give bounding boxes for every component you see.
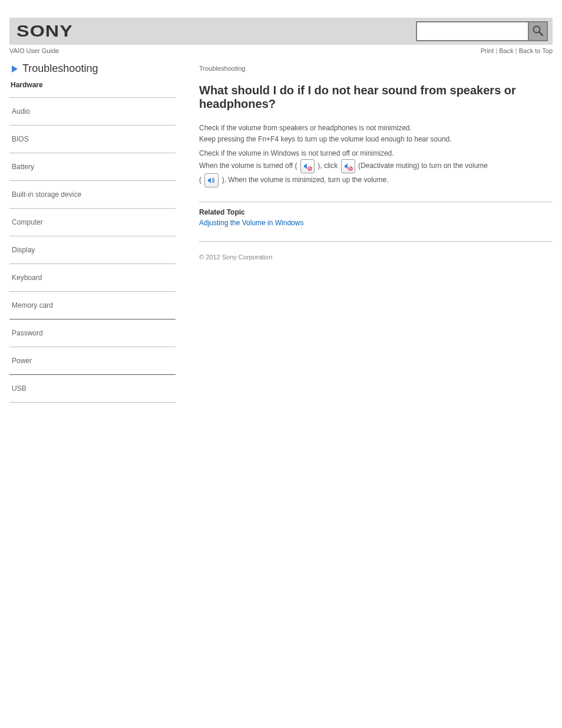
sidebar-item-display[interactable]: Display: [9, 236, 176, 264]
divider: [199, 241, 553, 242]
para2-line1: Check if the volume in Windows is not tu…: [199, 149, 394, 157]
divider: [199, 202, 553, 202]
svg-line-1: [540, 32, 543, 35]
main-content: Troubleshooting What should I do if I do…: [199, 62, 553, 403]
header-bar: SONY: [9, 18, 553, 45]
paragraph-1: Check if the volume from speakers or hea…: [199, 123, 553, 144]
sidebar-item-memorycard[interactable]: Memory card: [9, 292, 176, 319]
sidebar-item-battery[interactable]: Battery: [9, 153, 176, 181]
volume-muted-icon: [300, 159, 315, 173]
para2d: (: [199, 176, 201, 184]
para2c: (Deactivate muting) to turn on the volum…: [358, 162, 488, 170]
sidebar-item-storage[interactable]: Built-in storage device: [9, 181, 176, 209]
search-input[interactable]: [416, 21, 528, 41]
para2a: When the volume is turned off (: [199, 162, 297, 170]
related-link[interactable]: Adjusting the Volume in Windows: [199, 219, 303, 227]
search-icon: [532, 25, 544, 38]
top-link[interactable]: Back to Top: [519, 47, 553, 54]
sidebar-subtitle: Hardware: [11, 81, 176, 89]
para2b: ), click: [318, 162, 339, 170]
back-link[interactable]: Back: [499, 47, 513, 54]
para1-line1: Check if the volume from speakers or hea…: [199, 124, 412, 132]
related-topic-title: Related Topic: [199, 208, 553, 216]
sidebar-item-audio[interactable]: Audio: [9, 98, 176, 126]
paragraph-2: Check if the volume in Windows is not tu…: [199, 148, 553, 187]
para2e: ). When the volume is minimized, turn up…: [222, 176, 389, 184]
search-group: [416, 21, 548, 41]
search-button[interactable]: [528, 21, 548, 41]
sidebar-item-usb[interactable]: USB: [9, 375, 176, 403]
chevron-right-icon: [12, 65, 18, 73]
sidebar-item-keyboard[interactable]: Keyboard: [9, 264, 176, 292]
para1-line2: Keep pressing the Fn+F4 keys to turn up …: [199, 135, 452, 143]
breadcrumb[interactable]: Troubleshooting: [199, 65, 553, 72]
page-title: What should I do if I do not hear sound …: [199, 84, 553, 111]
sidebar-item-bios[interactable]: BIOS: [9, 126, 176, 153]
volume-on-icon: [204, 173, 219, 187]
print-link[interactable]: Print: [481, 47, 494, 54]
guide-link[interactable]: VAIO User Guide: [9, 47, 59, 54]
sidebar: Troubleshooting Hardware Audio BIOS Batt…: [9, 62, 176, 403]
sidebar-title: Troubleshooting: [22, 62, 98, 75]
sidebar-list: Audio BIOS Battery Built-in storage devi…: [9, 97, 176, 403]
header-meta-row: VAIO User Guide Print | Back | Back to T…: [9, 47, 553, 54]
sidebar-item-password[interactable]: Password: [9, 319, 176, 347]
sidebar-item-computer[interactable]: Computer: [9, 209, 176, 236]
volume-unmute-icon: [341, 159, 355, 173]
brand-logo: SONY: [16, 22, 73, 41]
copyright: © 2012 Sony Corporation: [199, 253, 553, 261]
sidebar-item-power[interactable]: Power: [9, 347, 176, 375]
